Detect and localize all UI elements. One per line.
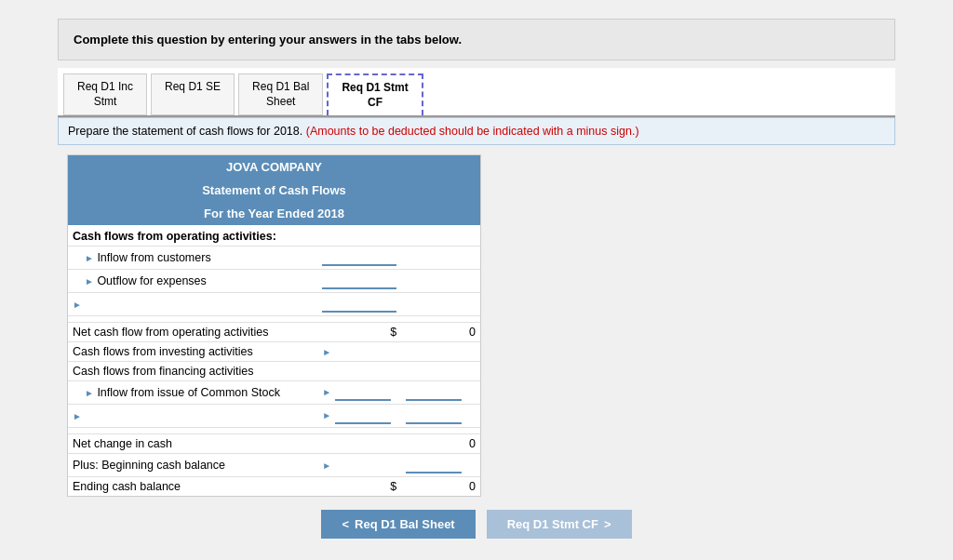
forward-chevron-icon: > xyxy=(604,517,611,531)
statement-container: JOVA COMPANY Statement of Cash Flows For… xyxy=(67,154,481,497)
extra-financing-row: ► ► xyxy=(68,405,480,428)
inflow-common-stock-input[interactable] xyxy=(335,384,391,401)
instruction-box: Complete this question by entering your … xyxy=(58,19,895,60)
instruction-text: Complete this question by entering your … xyxy=(74,33,462,47)
extra-financing-input[interactable] xyxy=(335,407,391,424)
statement-period: For the Year Ended 2018 xyxy=(68,202,480,225)
extra-operating-input[interactable] xyxy=(322,296,396,313)
net-change-value: 0 xyxy=(401,434,480,454)
outflow-expenses-input[interactable] xyxy=(322,273,396,289)
inflow-common-stock-total-input[interactable] xyxy=(406,384,462,401)
back-button-label: Req D1 Bal Sheet xyxy=(355,517,455,531)
investing-header-label: Cash flows from investing activities xyxy=(68,342,317,362)
net-operating-label: Net cash flow from operating activities xyxy=(68,323,317,342)
nav-buttons: < Req D1 Bal Sheet Req D1 Stmt CF > xyxy=(58,510,895,539)
info-static-text: Prepare the statement of cash flows for … xyxy=(68,125,302,138)
inflow-customers-input[interactable] xyxy=(322,249,396,266)
outflow-expenses-label: ► Outflow for expenses xyxy=(68,270,317,293)
tab-stmt-cf[interactable]: Req D1 StmtCF xyxy=(327,73,423,115)
spacer-2 xyxy=(68,428,480,434)
spacer-1 xyxy=(68,316,480,323)
beginning-balance-row: Plus: Beginning cash balance ► xyxy=(68,454,480,477)
beginning-balance-input[interactable] xyxy=(406,457,462,473)
extra-operating-row: ► xyxy=(68,293,480,316)
forward-button-label: Req D1 Stmt CF xyxy=(507,517,598,531)
extra-financing-total-input[interactable] xyxy=(406,407,462,424)
net-operating-value: 0 xyxy=(401,323,480,342)
financing-header-label: Cash flows from financing activities xyxy=(68,362,317,381)
inflow-customers-row: ► Inflow from customers xyxy=(68,247,480,270)
info-red-text: (Amounts to be deducted should be indica… xyxy=(306,125,639,138)
back-button[interactable]: < Req D1 Bal Sheet xyxy=(321,510,475,539)
inflow-common-stock-row: ► Inflow from issue of Common Stock ► xyxy=(68,381,480,405)
net-change-row: Net change in cash 0 xyxy=(68,434,480,454)
tab-inc-stmt[interactable]: Req D1 IncStmt xyxy=(63,73,147,115)
forward-button[interactable]: Req D1 Stmt CF > xyxy=(487,510,632,539)
net-change-label: Net change in cash xyxy=(68,434,317,454)
inflow-customers-label: ► Inflow from customers xyxy=(68,247,317,270)
outflow-expenses-row: ► Outflow for expenses xyxy=(68,270,480,293)
operating-header-row: Cash flows from operating activities: xyxy=(68,225,480,247)
tab-se[interactable]: Req D1 SE xyxy=(151,73,235,115)
tabs-row: Req D1 IncStmt Req D1 SE Req D1 BalSheet… xyxy=(58,68,895,117)
ending-balance-label: Ending cash balance xyxy=(68,477,317,497)
cf-table: Cash flows from operating activities: ► … xyxy=(68,225,480,496)
tab-bal-sheet[interactable]: Req D1 BalSheet xyxy=(238,73,323,115)
company-name: JOVA COMPANY xyxy=(68,155,480,179)
investing-header-row: Cash flows from investing activities ► xyxy=(68,342,480,362)
operating-header-label: Cash flows from operating activities: xyxy=(68,225,317,247)
financing-header-row: Cash flows from financing activities xyxy=(68,362,480,381)
beginning-balance-label: Plus: Beginning cash balance xyxy=(68,454,317,477)
info-bar: Prepare the statement of cash flows for … xyxy=(58,117,895,145)
ending-balance-row: Ending cash balance $ 0 xyxy=(68,477,480,497)
net-operating-row: Net cash flow from operating activities … xyxy=(68,323,480,342)
inflow-common-stock-label: ► Inflow from issue of Common Stock xyxy=(68,381,317,405)
ending-balance-value: 0 xyxy=(401,477,480,497)
statement-title: Statement of Cash Flows xyxy=(68,179,480,202)
back-chevron-icon: < xyxy=(342,517,349,531)
